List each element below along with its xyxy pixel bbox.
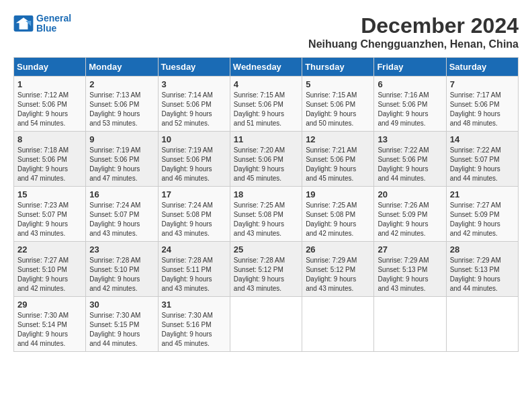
day-number: 28 (450, 244, 515, 255)
day-info: Sunrise: 7:22 AMSunset: 5:06 PMDaylight:… (378, 146, 442, 183)
day-info: Sunrise: 7:21 AMSunset: 5:06 PMDaylight:… (306, 146, 370, 183)
day-number: 24 (162, 244, 226, 255)
day-cell: 10Sunrise: 7:19 AMSunset: 5:06 PMDayligh… (158, 132, 230, 187)
day-number: 27 (378, 244, 442, 255)
day-info: Sunrise: 7:18 AMSunset: 5:06 PMDaylight:… (17, 146, 82, 183)
header-thursday: Thursday (302, 58, 374, 77)
header-monday: Monday (86, 58, 158, 77)
day-cell: 14Sunrise: 7:22 AMSunset: 5:07 PMDayligh… (446, 132, 518, 187)
day-number: 2 (89, 79, 154, 89)
day-cell (446, 297, 518, 352)
day-cell: 18Sunrise: 7:25 AMSunset: 5:08 PMDayligh… (230, 187, 302, 242)
day-number: 8 (17, 134, 82, 144)
day-number: 1 (17, 79, 82, 89)
day-cell: 7Sunrise: 7:17 AMSunset: 5:06 PMDaylight… (446, 77, 518, 132)
day-number: 31 (162, 300, 226, 310)
day-cell: 12Sunrise: 7:21 AMSunset: 5:06 PMDayligh… (302, 132, 374, 187)
day-cell: 31Sunrise: 7:30 AMSunset: 5:16 PMDayligh… (158, 297, 230, 352)
day-cell: 13Sunrise: 7:22 AMSunset: 5:06 PMDayligh… (374, 132, 446, 187)
day-cell: 5Sunrise: 7:15 AMSunset: 5:06 PMDaylight… (302, 77, 374, 132)
week-row-1: 1Sunrise: 7:12 AMSunset: 5:06 PMDaylight… (14, 77, 519, 132)
header-wednesday: Wednesday (230, 58, 302, 77)
day-info: Sunrise: 7:13 AMSunset: 5:06 PMDaylight:… (89, 91, 154, 128)
week-row-2: 8Sunrise: 7:18 AMSunset: 5:06 PMDaylight… (14, 132, 519, 187)
day-cell: 20Sunrise: 7:26 AMSunset: 5:09 PMDayligh… (374, 187, 446, 242)
day-number: 4 (234, 79, 298, 89)
day-info: Sunrise: 7:29 AMSunset: 5:12 PMDaylight:… (306, 256, 370, 293)
day-number: 16 (89, 189, 154, 199)
day-cell: 23Sunrise: 7:28 AMSunset: 5:10 PMDayligh… (86, 242, 158, 297)
day-number: 20 (378, 189, 442, 199)
day-number: 7 (450, 79, 515, 89)
day-info: Sunrise: 7:28 AMSunset: 5:12 PMDaylight:… (234, 256, 298, 293)
day-info: Sunrise: 7:20 AMSunset: 5:06 PMDaylight:… (234, 146, 298, 183)
header-saturday: Saturday (446, 58, 518, 77)
day-cell: 22Sunrise: 7:27 AMSunset: 5:10 PMDayligh… (14, 242, 86, 297)
day-cell: 11Sunrise: 7:20 AMSunset: 5:06 PMDayligh… (230, 132, 302, 187)
calendar-table: SundayMondayTuesdayWednesdayThursdayFrid… (13, 57, 519, 352)
logo-icon (13, 15, 34, 32)
day-cell: 9Sunrise: 7:19 AMSunset: 5:06 PMDaylight… (86, 132, 158, 187)
day-cell (230, 297, 302, 352)
day-cell: 28Sunrise: 7:29 AMSunset: 5:13 PMDayligh… (446, 242, 518, 297)
day-info: Sunrise: 7:12 AMSunset: 5:06 PMDaylight:… (17, 91, 82, 128)
day-info: Sunrise: 7:15 AMSunset: 5:06 PMDaylight:… (306, 91, 370, 128)
day-number: 5 (306, 79, 370, 89)
day-info: Sunrise: 7:29 AMSunset: 5:13 PMDaylight:… (378, 256, 442, 293)
day-info: Sunrise: 7:25 AMSunset: 5:08 PMDaylight:… (306, 201, 370, 238)
day-number: 30 (89, 300, 154, 310)
day-cell: 6Sunrise: 7:16 AMSunset: 5:06 PMDaylight… (374, 77, 446, 132)
day-number: 29 (17, 300, 82, 310)
calendar-body: 1Sunrise: 7:12 AMSunset: 5:06 PMDaylight… (14, 77, 519, 352)
day-info: Sunrise: 7:16 AMSunset: 5:06 PMDaylight:… (378, 91, 442, 128)
day-cell (302, 297, 374, 352)
week-row-4: 22Sunrise: 7:27 AMSunset: 5:10 PMDayligh… (14, 242, 519, 297)
location-subtitle: Neihuang Chengguanzhen, Henan, China (308, 38, 519, 50)
month-title: December 2024 (308, 13, 519, 38)
day-info: Sunrise: 7:30 AMSunset: 5:16 PMDaylight:… (162, 311, 226, 349)
day-number: 3 (162, 79, 226, 89)
day-cell: 1Sunrise: 7:12 AMSunset: 5:06 PMDaylight… (14, 77, 86, 132)
day-info: Sunrise: 7:28 AMSunset: 5:11 PMDaylight:… (162, 256, 226, 293)
calendar-header: SundayMondayTuesdayWednesdayThursdayFrid… (14, 58, 519, 77)
day-number: 25 (234, 244, 298, 255)
day-cell: 24Sunrise: 7:28 AMSunset: 5:11 PMDayligh… (158, 242, 230, 297)
day-number: 18 (234, 189, 298, 199)
logo-line1: General (36, 13, 71, 24)
day-info: Sunrise: 7:28 AMSunset: 5:10 PMDaylight:… (89, 256, 154, 293)
day-cell: 2Sunrise: 7:13 AMSunset: 5:06 PMDaylight… (86, 77, 158, 132)
day-info: Sunrise: 7:19 AMSunset: 5:06 PMDaylight:… (162, 146, 226, 183)
day-info: Sunrise: 7:19 AMSunset: 5:06 PMDaylight:… (89, 146, 154, 183)
day-info: Sunrise: 7:26 AMSunset: 5:09 PMDaylight:… (378, 201, 442, 238)
header-tuesday: Tuesday (158, 58, 230, 77)
day-number: 9 (89, 134, 154, 144)
day-cell: 29Sunrise: 7:30 AMSunset: 5:14 PMDayligh… (14, 297, 86, 352)
header-friday: Friday (374, 58, 446, 77)
day-number: 22 (17, 244, 82, 255)
day-cell: 30Sunrise: 7:30 AMSunset: 5:15 PMDayligh… (86, 297, 158, 352)
page-header: General Blue December 2024 Neihuang Chen… (13, 13, 519, 50)
day-number: 14 (450, 134, 515, 144)
day-info: Sunrise: 7:14 AMSunset: 5:06 PMDaylight:… (162, 91, 226, 128)
day-cell: 15Sunrise: 7:23 AMSunset: 5:07 PMDayligh… (14, 187, 86, 242)
day-info: Sunrise: 7:30 AMSunset: 5:15 PMDaylight:… (89, 311, 154, 349)
title-block: December 2024 Neihuang Chengguanzhen, He… (308, 13, 519, 50)
day-cell: 19Sunrise: 7:25 AMSunset: 5:08 PMDayligh… (302, 187, 374, 242)
day-number: 19 (306, 189, 370, 199)
day-info: Sunrise: 7:25 AMSunset: 5:08 PMDaylight:… (234, 201, 298, 238)
header-sunday: Sunday (14, 58, 86, 77)
day-info: Sunrise: 7:29 AMSunset: 5:13 PMDaylight:… (450, 256, 515, 293)
day-cell: 4Sunrise: 7:15 AMSunset: 5:06 PMDaylight… (230, 77, 302, 132)
logo-text: General Blue (36, 13, 71, 34)
day-cell: 16Sunrise: 7:24 AMSunset: 5:07 PMDayligh… (86, 187, 158, 242)
day-number: 6 (378, 79, 442, 89)
day-info: Sunrise: 7:22 AMSunset: 5:07 PMDaylight:… (450, 146, 515, 183)
day-number: 12 (306, 134, 370, 144)
logo: General Blue (13, 13, 71, 34)
day-cell: 8Sunrise: 7:18 AMSunset: 5:06 PMDaylight… (14, 132, 86, 187)
day-cell (374, 297, 446, 352)
day-cell: 25Sunrise: 7:28 AMSunset: 5:12 PMDayligh… (230, 242, 302, 297)
week-row-5: 29Sunrise: 7:30 AMSunset: 5:14 PMDayligh… (14, 297, 519, 352)
day-number: 13 (378, 134, 442, 144)
day-info: Sunrise: 7:27 AMSunset: 5:10 PMDaylight:… (17, 256, 82, 293)
